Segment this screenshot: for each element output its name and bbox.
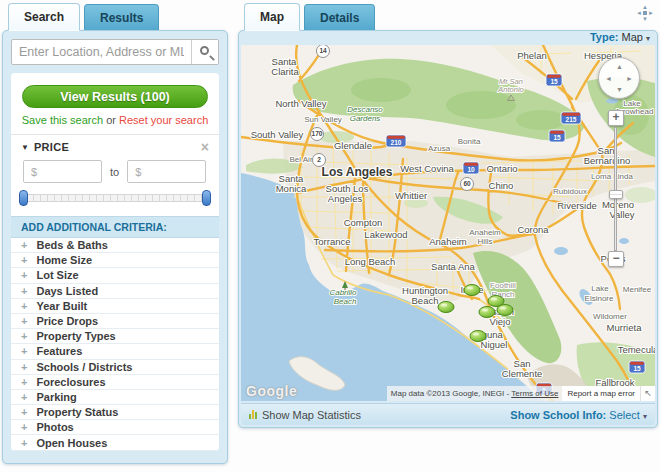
- criteria-item-beds-baths[interactable]: +Beds & Baths: [11, 238, 219, 253]
- map-type-control[interactable]: Type: Map ▾: [590, 31, 650, 43]
- svg-text:60: 60: [463, 180, 471, 187]
- criteria-item-parking[interactable]: +Parking: [11, 390, 219, 405]
- map-footer-bar: Show Map Statistics Show School Info: Se…: [241, 403, 655, 425]
- pan-up-icon[interactable]: ▲: [616, 63, 623, 70]
- tab-search[interactable]: Search: [8, 3, 80, 31]
- criteria-item-foreclosures[interactable]: +Foreclosures: [11, 375, 219, 390]
- zoom-slider-track[interactable]: [614, 127, 617, 251]
- tab-results[interactable]: Results: [84, 4, 159, 30]
- listing-cluster-marker[interactable]: [438, 302, 454, 313]
- listing-cluster-marker[interactable]: [470, 331, 486, 342]
- zoom-slider-handle[interactable]: [609, 190, 623, 199]
- map-label: Rubidoux: [553, 187, 587, 196]
- highway-shield-15: 15: [549, 130, 565, 142]
- price-max-input[interactable]: [127, 160, 206, 183]
- plus-icon: +: [21, 315, 27, 327]
- reset-search-link[interactable]: Reset your search: [119, 114, 208, 126]
- price-slider: [11, 188, 219, 216]
- map-label: Clemente: [502, 368, 543, 379]
- plus-icon: +: [21, 376, 27, 388]
- attribution-arrow-icon[interactable]: ↖: [640, 386, 655, 401]
- map-label: Monica: [276, 183, 307, 194]
- price-slider-handle-max[interactable]: [202, 190, 211, 206]
- listing-cluster-marker[interactable]: [464, 285, 480, 296]
- map-label: Cabrillo: [329, 288, 357, 297]
- criteria-item-open-houses[interactable]: +Open Houses: [11, 435, 219, 450]
- tab-map[interactable]: Map: [244, 3, 300, 31]
- view-results-button[interactable]: View Results (100): [22, 85, 208, 108]
- search-button[interactable]: [191, 40, 218, 64]
- listing-cluster-marker[interactable]: [479, 307, 495, 318]
- criteria-item-home-size[interactable]: +Home Size: [11, 253, 219, 268]
- criteria-label: Beds & Baths: [36, 239, 108, 251]
- zoom-out-button[interactable]: −: [608, 251, 624, 267]
- criteria-item-photos[interactable]: +Photos: [11, 420, 219, 435]
- map-label: Sun Valley: [304, 115, 342, 124]
- pan-right-icon[interactable]: ►: [626, 75, 633, 82]
- map-label: Anaheim: [469, 228, 501, 237]
- highway-shield-15: 15: [629, 361, 645, 373]
- map-label: Wildomer: [593, 312, 627, 321]
- map-label: Corona: [517, 224, 549, 235]
- map-label: Bernardino: [584, 155, 630, 166]
- pan-down-icon[interactable]: ▼: [616, 86, 623, 93]
- filters-box: View Results (100) Save this search or R…: [11, 73, 219, 451]
- svg-text:210: 210: [391, 139, 402, 146]
- map-label: Los Angeles: [322, 165, 393, 179]
- criteria-item-property-status[interactable]: +Property Status: [11, 405, 219, 420]
- map-label: Beach: [412, 295, 439, 306]
- report-error-link[interactable]: Report a map error: [562, 386, 640, 401]
- price-slider-track[interactable]: [19, 194, 211, 202]
- criteria-list: +Beds & Baths+Home Size+Lot Size+Days Li…: [11, 238, 219, 451]
- svg-text:15: 15: [550, 78, 558, 85]
- map-label: Menifee: [623, 285, 652, 294]
- criteria-item-lot-size[interactable]: +Lot Size: [11, 268, 219, 283]
- map-label: Compton: [344, 217, 383, 228]
- criteria-item-year-built[interactable]: +Year Built: [11, 299, 219, 314]
- pan-control[interactable]: ▲ ▼ ◄ ►: [598, 57, 640, 99]
- save-reset-row: Save this search or Reset your search: [11, 114, 219, 126]
- zoom-in-button[interactable]: +: [608, 110, 624, 126]
- svg-text:215: 215: [566, 116, 577, 123]
- svg-text:15: 15: [553, 134, 561, 141]
- expand-icon[interactable]: ▲▼◄►: [636, 4, 654, 22]
- school-info-control[interactable]: Show School Info: Select ▾: [510, 409, 647, 421]
- criteria-label: Days Listed: [36, 285, 98, 297]
- map-label: Azusa: [428, 144, 451, 153]
- map-label: Lake: [591, 284, 609, 293]
- pan-left-icon[interactable]: ◄: [605, 75, 612, 82]
- tab-details[interactable]: Details: [304, 4, 375, 30]
- map-canvas[interactable]: SantaClaritaNorth ValleySun ValleyDescan…: [241, 45, 655, 401]
- attribution-text: Map data ©2013 Google, INEGI - Terms of …: [387, 386, 563, 401]
- chevron-down-icon: ▾: [643, 412, 647, 421]
- criteria-label: Parking: [36, 391, 76, 403]
- map-label: Elsinore: [585, 294, 614, 303]
- or-text: or: [103, 114, 119, 126]
- criteria-item-price-drops[interactable]: +Price Drops: [11, 314, 219, 329]
- save-search-link[interactable]: Save this search: [22, 114, 103, 126]
- map-label: North Valley: [275, 98, 326, 109]
- map-label: Clarita: [271, 66, 299, 77]
- collapse-icon[interactable]: ▼: [21, 143, 29, 152]
- criteria-label: Features: [36, 345, 82, 357]
- terms-link[interactable]: Terms of Use: [511, 389, 558, 398]
- price-slider-handle-min[interactable]: [19, 190, 28, 206]
- criteria-label: Home Size: [36, 254, 92, 266]
- criteria-item-days-listed[interactable]: +Days Listed: [11, 284, 219, 299]
- map-attribution: Map data ©2013 Google, INEGI - Terms of …: [387, 386, 655, 401]
- map-stats-button[interactable]: Show Map Statistics: [249, 409, 361, 421]
- search-input[interactable]: [12, 45, 191, 59]
- criteria-label: Schools / Districts: [36, 361, 132, 373]
- listing-cluster-marker[interactable]: [497, 305, 513, 316]
- map-label: West Covina: [400, 163, 454, 174]
- criteria-item-schools-districts[interactable]: +Schools / Districts: [11, 360, 219, 375]
- search-icon: [200, 46, 209, 55]
- criteria-label: Lot Size: [36, 269, 78, 281]
- price-title: PRICE: [34, 141, 201, 153]
- highway-shield-10: 10: [463, 162, 479, 174]
- price-min-input[interactable]: [23, 160, 102, 183]
- criteria-item-property-types[interactable]: +Property Types: [11, 329, 219, 344]
- criteria-item-features[interactable]: +Features: [11, 344, 219, 359]
- map-label: Gardens: [350, 114, 381, 123]
- close-icon[interactable]: ×: [201, 142, 209, 152]
